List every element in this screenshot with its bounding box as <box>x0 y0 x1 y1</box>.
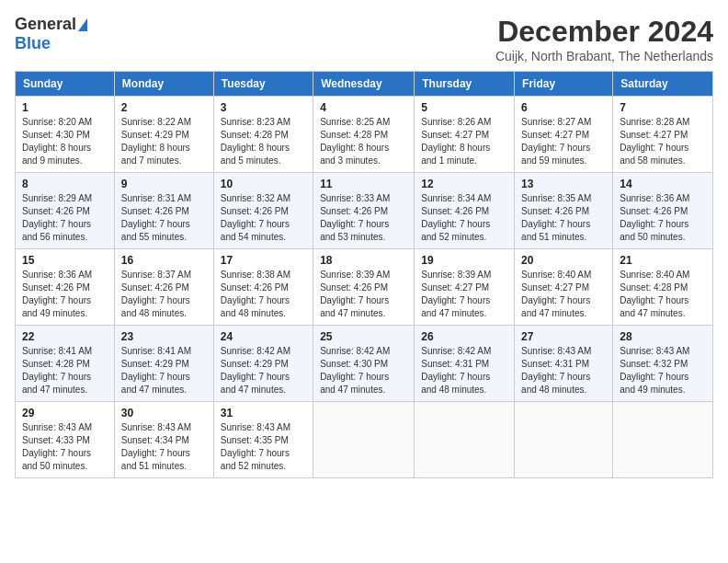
day-number: 27 <box>521 330 606 343</box>
calendar-cell: 19Sunrise: 8:39 AM Sunset: 4:27 PM Dayli… <box>415 249 515 326</box>
day-number: 2 <box>121 101 207 114</box>
day-info: Sunrise: 8:43 AM Sunset: 4:34 PM Dayligh… <box>121 421 207 473</box>
logo: General Blue <box>15 15 87 53</box>
day-info: Sunrise: 8:34 AM Sunset: 4:26 PM Dayligh… <box>421 192 507 244</box>
day-info: Sunrise: 8:38 AM Sunset: 4:26 PM Dayligh… <box>221 269 306 320</box>
day-number: 20 <box>521 254 606 267</box>
day-info: Sunrise: 8:22 AM Sunset: 4:29 PM Dayligh… <box>121 116 207 167</box>
day-info: Sunrise: 8:43 AM Sunset: 4:33 PM Dayligh… <box>22 421 108 473</box>
calendar-cell: 13Sunrise: 8:35 AM Sunset: 4:26 PM Dayli… <box>515 173 613 249</box>
day-info: Sunrise: 8:32 AM Sunset: 4:26 PM Dayligh… <box>221 192 306 244</box>
calendar-week-row: 15Sunrise: 8:36 AM Sunset: 4:26 PM Dayli… <box>16 249 713 326</box>
header: General Blue December 2024 Cuijk, North … <box>15 15 713 63</box>
calendar-cell: 7Sunrise: 8:28 AM Sunset: 4:27 PM Daylig… <box>613 97 713 173</box>
calendar-cell: 23Sunrise: 8:41 AM Sunset: 4:29 PM Dayli… <box>114 326 213 402</box>
day-info: Sunrise: 8:33 AM Sunset: 4:26 PM Dayligh… <box>320 192 407 244</box>
day-number: 24 <box>221 330 306 343</box>
day-number: 30 <box>121 407 207 419</box>
calendar-cell: 11Sunrise: 8:33 AM Sunset: 4:26 PM Dayli… <box>313 173 415 249</box>
day-info: Sunrise: 8:36 AM Sunset: 4:26 PM Dayligh… <box>620 192 706 244</box>
calendar-cell: 15Sunrise: 8:36 AM Sunset: 4:26 PM Dayli… <box>16 249 115 326</box>
calendar-cell: 17Sunrise: 8:38 AM Sunset: 4:26 PM Dayli… <box>213 249 313 326</box>
calendar-cell: 6Sunrise: 8:27 AM Sunset: 4:27 PM Daylig… <box>515 97 613 173</box>
calendar-cell: 22Sunrise: 8:41 AM Sunset: 4:28 PM Dayli… <box>16 326 115 402</box>
calendar-cell: 18Sunrise: 8:39 AM Sunset: 4:26 PM Dayli… <box>313 249 415 326</box>
day-number: 8 <box>22 178 108 190</box>
calendar-cell: 3Sunrise: 8:23 AM Sunset: 4:28 PM Daylig… <box>213 97 313 173</box>
day-number: 17 <box>221 254 306 267</box>
calendar-cell <box>313 402 415 478</box>
day-info: Sunrise: 8:43 AM Sunset: 4:32 PM Dayligh… <box>620 345 706 396</box>
day-info: Sunrise: 8:42 AM Sunset: 4:31 PM Dayligh… <box>421 345 507 396</box>
calendar-cell: 28Sunrise: 8:43 AM Sunset: 4:32 PM Dayli… <box>613 326 713 402</box>
day-info: Sunrise: 8:25 AM Sunset: 4:28 PM Dayligh… <box>320 116 407 167</box>
calendar-cell: 12Sunrise: 8:34 AM Sunset: 4:26 PM Dayli… <box>415 173 515 249</box>
day-info: Sunrise: 8:27 AM Sunset: 4:27 PM Dayligh… <box>521 116 606 167</box>
calendar-cell: 26Sunrise: 8:42 AM Sunset: 4:31 PM Dayli… <box>415 326 515 402</box>
calendar-cell <box>613 402 713 478</box>
day-number: 23 <box>121 330 207 343</box>
day-info: Sunrise: 8:42 AM Sunset: 4:29 PM Dayligh… <box>221 345 306 396</box>
calendar-cell: 21Sunrise: 8:40 AM Sunset: 4:28 PM Dayli… <box>613 249 713 326</box>
day-info: Sunrise: 8:26 AM Sunset: 4:27 PM Dayligh… <box>421 116 507 167</box>
day-info: Sunrise: 8:41 AM Sunset: 4:29 PM Dayligh… <box>121 345 207 396</box>
day-info: Sunrise: 8:40 AM Sunset: 4:27 PM Dayligh… <box>521 269 606 320</box>
calendar-cell: 24Sunrise: 8:42 AM Sunset: 4:29 PM Dayli… <box>213 326 313 402</box>
calendar-cell: 8Sunrise: 8:29 AM Sunset: 4:26 PM Daylig… <box>16 173 115 249</box>
calendar-cell: 9Sunrise: 8:31 AM Sunset: 4:26 PM Daylig… <box>114 173 213 249</box>
logo-icon <box>78 18 87 31</box>
day-number: 14 <box>620 178 706 190</box>
column-header-monday: Monday <box>114 72 213 97</box>
day-number: 25 <box>320 330 407 343</box>
day-number: 16 <box>121 254 207 267</box>
day-number: 5 <box>421 101 507 114</box>
day-info: Sunrise: 8:43 AM Sunset: 4:35 PM Dayligh… <box>221 421 306 473</box>
day-info: Sunrise: 8:37 AM Sunset: 4:26 PM Dayligh… <box>121 269 207 320</box>
day-number: 10 <box>221 178 306 190</box>
calendar-cell: 1Sunrise: 8:20 AM Sunset: 4:30 PM Daylig… <box>16 97 115 173</box>
calendar-cell: 27Sunrise: 8:43 AM Sunset: 4:31 PM Dayli… <box>515 326 613 402</box>
day-info: Sunrise: 8:40 AM Sunset: 4:28 PM Dayligh… <box>620 269 706 320</box>
day-number: 31 <box>221 407 306 419</box>
logo-blue-text: Blue <box>15 34 51 53</box>
day-number: 7 <box>620 101 706 114</box>
day-info: Sunrise: 8:29 AM Sunset: 4:26 PM Dayligh… <box>22 192 108 244</box>
calendar-cell: 31Sunrise: 8:43 AM Sunset: 4:35 PM Dayli… <box>213 402 313 478</box>
calendar-cell: 4Sunrise: 8:25 AM Sunset: 4:28 PM Daylig… <box>313 97 415 173</box>
calendar-cell: 16Sunrise: 8:37 AM Sunset: 4:26 PM Dayli… <box>114 249 213 326</box>
calendar-cell: 14Sunrise: 8:36 AM Sunset: 4:26 PM Dayli… <box>613 173 713 249</box>
column-header-wednesday: Wednesday <box>313 72 415 97</box>
day-number: 1 <box>22 101 108 114</box>
page-title: December 2024 <box>495 15 713 49</box>
day-info: Sunrise: 8:43 AM Sunset: 4:31 PM Dayligh… <box>521 345 606 396</box>
calendar-cell: 30Sunrise: 8:43 AM Sunset: 4:34 PM Dayli… <box>114 402 213 478</box>
day-info: Sunrise: 8:39 AM Sunset: 4:26 PM Dayligh… <box>320 269 407 320</box>
day-number: 29 <box>22 407 108 419</box>
day-number: 15 <box>22 254 108 267</box>
day-number: 4 <box>320 101 407 114</box>
day-number: 26 <box>421 330 507 343</box>
day-number: 19 <box>421 254 507 267</box>
calendar-header-row: SundayMondayTuesdayWednesdayThursdayFrid… <box>16 72 713 97</box>
column-header-thursday: Thursday <box>415 72 515 97</box>
day-number: 12 <box>421 178 507 190</box>
day-number: 6 <box>521 101 606 114</box>
day-number: 28 <box>620 330 706 343</box>
day-number: 3 <box>221 101 306 114</box>
calendar-cell: 5Sunrise: 8:26 AM Sunset: 4:27 PM Daylig… <box>415 97 515 173</box>
day-info: Sunrise: 8:31 AM Sunset: 4:26 PM Dayligh… <box>121 192 207 244</box>
day-number: 21 <box>620 254 706 267</box>
column-header-tuesday: Tuesday <box>213 72 313 97</box>
calendar-table: SundayMondayTuesdayWednesdayThursdayFrid… <box>15 71 713 478</box>
calendar-cell: 29Sunrise: 8:43 AM Sunset: 4:33 PM Dayli… <box>16 402 115 478</box>
calendar-cell <box>515 402 613 478</box>
calendar-cell: 20Sunrise: 8:40 AM Sunset: 4:27 PM Dayli… <box>515 249 613 326</box>
day-info: Sunrise: 8:39 AM Sunset: 4:27 PM Dayligh… <box>421 269 507 320</box>
day-info: Sunrise: 8:41 AM Sunset: 4:28 PM Dayligh… <box>22 345 108 396</box>
calendar-week-row: 29Sunrise: 8:43 AM Sunset: 4:33 PM Dayli… <box>16 402 713 478</box>
logo-general-text: General <box>15 15 76 34</box>
column-header-sunday: Sunday <box>16 72 115 97</box>
day-info: Sunrise: 8:23 AM Sunset: 4:28 PM Dayligh… <box>221 116 306 167</box>
calendar-cell: 2Sunrise: 8:22 AM Sunset: 4:29 PM Daylig… <box>114 97 213 173</box>
day-info: Sunrise: 8:20 AM Sunset: 4:30 PM Dayligh… <box>22 116 108 167</box>
